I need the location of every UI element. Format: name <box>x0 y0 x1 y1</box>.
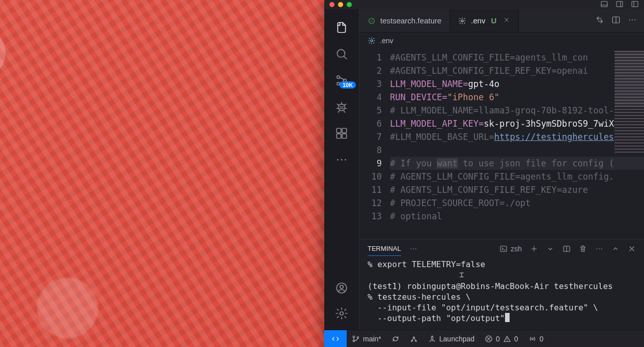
editor[interactable]: 12345678910111213 #AGENTS_LLM_CONFIG_FIL… <box>359 49 644 239</box>
account-icon[interactable] <box>334 281 349 295</box>
gear-icon <box>458 17 466 25</box>
terminal-output[interactable]: % export TELEMETRY=false⌶(test1) robingu… <box>359 258 644 330</box>
svg-point-19 <box>370 20 371 20</box>
more-icon[interactable] <box>334 153 349 167</box>
titlebar <box>324 0 644 9</box>
status-problems[interactable]: 0 0 <box>480 335 523 343</box>
svg-rect-0 <box>601 1 607 7</box>
status-launchpad[interactable]: Launchpad <box>423 335 480 343</box>
line-gutter: 12345678910111213 <box>359 49 390 239</box>
status-port-count: 0 <box>540 335 544 343</box>
status-error-count: 0 <box>496 335 500 343</box>
svg-point-35 <box>599 248 600 249</box>
svg-point-25 <box>629 19 630 20</box>
svg-point-44 <box>531 338 533 339</box>
status-sync[interactable] <box>386 335 405 343</box>
terminal-shell-label: zsh <box>511 245 522 253</box>
tab-more-icon[interactable] <box>628 15 637 26</box>
status-launchpad-label: Launchpad <box>439 335 474 343</box>
svg-point-26 <box>632 19 633 20</box>
svg-point-23 <box>461 20 463 22</box>
remote-indicator[interactable] <box>324 330 347 347</box>
status-warning-count: 0 <box>514 335 518 343</box>
scm-icon[interactable]: 10K <box>334 73 349 88</box>
terminal-more-icon[interactable] <box>595 245 603 253</box>
tab-modified-marker: U <box>491 16 496 25</box>
svg-point-22 <box>372 21 373 21</box>
panel-tabs: TERMINAL zsh <box>359 240 644 258</box>
svg-rect-11 <box>342 128 347 133</box>
terminal-maximize-icon[interactable] <box>611 245 620 253</box>
status-ports[interactable]: 0 <box>523 335 549 343</box>
terminal-close-icon[interactable] <box>628 245 636 253</box>
svg-rect-1 <box>617 1 623 7</box>
breadcrumb-label: .env <box>380 37 393 45</box>
panel-more-icon[interactable] <box>409 245 417 253</box>
terminal-chevron-down-icon[interactable] <box>546 245 554 253</box>
gear-icon <box>368 37 376 45</box>
svg-rect-8 <box>337 128 341 133</box>
tab-label: testsearch.feature <box>380 16 441 25</box>
svg-point-12 <box>337 159 339 161</box>
settings-gear-icon[interactable] <box>334 306 349 321</box>
code-lines[interactable]: #AGENTS_LLM_CONFIG_FILE=agents_llm_con#A… <box>390 49 644 239</box>
svg-point-30 <box>413 248 414 249</box>
svg-point-20 <box>372 19 373 20</box>
svg-point-18 <box>369 18 375 23</box>
svg-rect-10 <box>342 134 347 138</box>
status-graph[interactable] <box>405 335 423 343</box>
cucumber-icon <box>368 17 376 25</box>
svg-point-17 <box>340 312 344 315</box>
vscode-window: 10K <box>324 0 644 347</box>
minimap[interactable] <box>614 51 644 153</box>
svg-rect-2 <box>632 1 638 7</box>
window-traffic-lights <box>329 2 352 7</box>
breadcrumb[interactable]: .env <box>359 33 644 49</box>
layout-panel-icon[interactable] <box>600 0 608 10</box>
svg-point-4 <box>337 76 340 78</box>
svg-point-31 <box>415 248 416 249</box>
window-zoom-button[interactable] <box>347 2 352 7</box>
status-bar: main* Launchpad 0 0 0 <box>324 330 644 347</box>
svg-point-36 <box>601 248 602 249</box>
activity-bar: 10K <box>324 9 359 330</box>
debug-icon[interactable] <box>334 100 349 114</box>
extensions-icon[interactable] <box>334 126 349 140</box>
window-close-button[interactable] <box>329 2 334 7</box>
svg-point-29 <box>410 248 411 249</box>
terminal-shell-selector[interactable]: zsh <box>499 245 522 253</box>
svg-rect-32 <box>500 246 507 252</box>
editor-tabs: testsearch.feature .env U <box>359 9 644 33</box>
search-icon[interactable] <box>334 47 349 61</box>
tab-env[interactable]: .env U <box>450 9 519 32</box>
svg-point-21 <box>371 21 372 21</box>
compare-icon[interactable] <box>595 15 604 26</box>
panel: TERMINAL zsh % export TELEMETRY=false <box>359 239 644 330</box>
close-icon[interactable] <box>503 16 510 25</box>
svg-rect-9 <box>337 134 341 138</box>
svg-point-28 <box>371 40 373 42</box>
layout-sidebar-icon[interactable] <box>615 0 624 10</box>
terminal-kill-icon[interactable] <box>579 245 587 253</box>
svg-point-14 <box>345 159 346 161</box>
scm-badge: 10K <box>340 81 356 89</box>
layout-customize-icon[interactable] <box>631 0 639 10</box>
tab-testsearch[interactable]: testsearch.feature <box>359 9 450 32</box>
split-editor-icon[interactable] <box>611 15 621 26</box>
terminal-new-icon[interactable] <box>530 245 538 253</box>
svg-point-13 <box>341 159 343 161</box>
window-minimize-button[interactable] <box>338 2 343 7</box>
svg-point-34 <box>596 248 597 249</box>
status-branch-label: main* <box>363 335 381 343</box>
svg-point-7 <box>339 104 345 111</box>
svg-point-16 <box>340 285 344 289</box>
status-branch[interactable]: main* <box>347 335 386 343</box>
panel-tab-terminal[interactable]: TERMINAL <box>368 242 401 256</box>
explorer-icon[interactable] <box>334 20 349 35</box>
terminal-split-icon[interactable] <box>563 245 571 253</box>
titlebar-right-icons <box>600 0 639 10</box>
tab-label: .env <box>471 16 485 25</box>
svg-point-27 <box>634 19 635 20</box>
